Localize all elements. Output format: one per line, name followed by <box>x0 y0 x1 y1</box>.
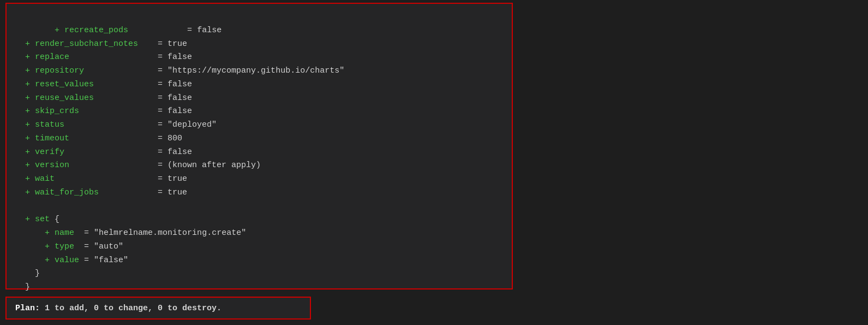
main-container: + recreate_pods = false + render_subchar… <box>0 0 868 325</box>
value-name: "helmrelname.monitoring.create" <box>94 228 246 238</box>
equals: = <box>153 80 167 89</box>
plan-block: Plan: 1 to add, 0 to change, 0 to destro… <box>5 297 311 320</box>
key-render-subchart: render_subchart_notes <box>35 39 138 49</box>
equals: = <box>153 161 167 170</box>
equals: = <box>153 174 167 184</box>
plus-sign: + <box>15 174 30 184</box>
value-verify: false <box>167 147 192 157</box>
key-wait-for-jobs: wait_for_jobs <box>35 188 99 197</box>
key-replace: replace <box>35 52 69 62</box>
key-wait: wait <box>35 174 55 184</box>
plus-sign: + <box>15 107 30 116</box>
equals: = <box>84 256 94 265</box>
plan-content: 1 to add, 0 to change, 0 to destroy. <box>45 304 222 313</box>
value-skip-crds: false <box>167 107 192 116</box>
plus-sign: + <box>15 120 30 129</box>
value-render-subchart: true <box>167 39 187 49</box>
value-reset-values: false <box>167 80 192 89</box>
value-recreate-pods: false <box>197 26 222 35</box>
code-block: + recreate_pods = false + render_subchar… <box>5 3 513 289</box>
value-reuse-values: false <box>167 93 192 103</box>
equals: = <box>153 93 167 103</box>
value-status: "deployed" <box>167 120 217 129</box>
plus-sign: + <box>15 66 30 75</box>
value-version: (known after apply) <box>167 161 261 170</box>
key-skip-crds: skip_crds <box>35 107 79 116</box>
value-value: "false" <box>94 256 128 265</box>
close-brace-inner: } <box>35 269 40 278</box>
plus-sign: + <box>45 256 50 265</box>
plus-sign: + <box>15 39 30 49</box>
key-set: set <box>35 215 50 224</box>
plus-sign: + <box>15 134 30 143</box>
key-version: version <box>35 161 69 170</box>
key-value: value <box>55 256 79 265</box>
open-brace: { <box>55 215 59 224</box>
equals: = <box>153 134 167 143</box>
equals: = <box>182 26 197 35</box>
key-verify: verify <box>35 147 64 157</box>
plus-sign: + <box>15 188 30 197</box>
key-repository: repository <box>35 66 84 75</box>
value-type: "auto" <box>94 242 123 251</box>
equals: = <box>153 66 167 75</box>
equals: = <box>84 242 94 251</box>
plus-sign: + <box>15 93 30 103</box>
value-replace: false <box>167 52 192 62</box>
value-wait-for-jobs: true <box>167 188 187 197</box>
plus-sign: + <box>15 80 30 89</box>
key-timeout: timeout <box>35 134 69 143</box>
plan-text: Plan: 1 to add, 0 to change, 0 to destro… <box>15 304 222 313</box>
equals: = <box>153 188 167 197</box>
plus-sign: + <box>45 228 50 238</box>
value-timeout: 800 <box>167 134 182 143</box>
key-reuse-values: reuse_values <box>35 93 94 103</box>
plus-sign: + <box>45 26 59 35</box>
equals: = <box>153 39 167 49</box>
plus-sign: + <box>15 52 30 62</box>
value-repository: "https://mycompany.github.io/charts" <box>167 66 344 75</box>
equals: = <box>153 52 167 62</box>
key-recreate-pods: recreate_pods <box>64 26 128 35</box>
plus-sign: + <box>15 215 30 224</box>
plus-sign: + <box>45 242 50 251</box>
equals: = <box>153 120 167 129</box>
key-name: name <box>55 228 74 238</box>
close-brace-outer: } <box>25 282 30 292</box>
equals: = <box>153 147 167 157</box>
code-content: + recreate_pods = false + render_subchar… <box>15 10 503 308</box>
equals: = <box>153 107 167 116</box>
key-status: status <box>35 120 64 129</box>
plus-sign: + <box>15 161 30 170</box>
plus-sign: + <box>15 147 30 157</box>
value-wait: true <box>167 174 187 184</box>
key-type: type <box>55 242 74 251</box>
plan-label: Plan: <box>15 304 40 313</box>
equals: = <box>84 228 94 238</box>
key-reset-values: reset_values <box>35 80 94 89</box>
